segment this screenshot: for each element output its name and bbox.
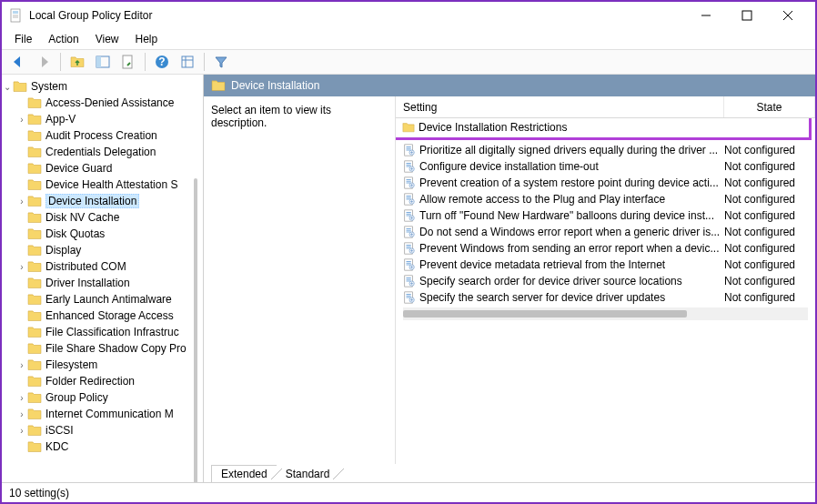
menu-help[interactable]: Help (128, 31, 166, 47)
menu-file[interactable]: File (7, 31, 39, 47)
tree-item[interactable]: Credentials Delegation (2, 144, 203, 160)
chevron-right-icon[interactable]: › (16, 360, 27, 370)
tree-item-label: Device Guard (45, 162, 112, 175)
list-row[interactable]: Configure device installation time-outNo… (396, 158, 815, 175)
tab-standard[interactable]: Standard (277, 466, 339, 482)
tree-item[interactable]: Device Guard (2, 160, 203, 176)
tree-scrollbar[interactable] (194, 178, 197, 482)
tree-item[interactable]: ›App-V (2, 111, 203, 127)
list-row-state: Not configured (724, 176, 808, 189)
chevron-down-icon[interactable]: ⌄ (2, 82, 13, 92)
column-setting[interactable]: Setting (396, 96, 724, 117)
folder-icon (27, 96, 42, 110)
tree-item[interactable]: Disk Quotas (2, 226, 203, 242)
titlebar: Local Group Policy Editor (2, 2, 815, 29)
content-header: Device Installation (204, 75, 815, 96)
up-one-level-button[interactable] (66, 52, 88, 72)
tree-item[interactable]: Enhanced Storage Access (2, 307, 203, 324)
tree-item[interactable]: Display (2, 242, 203, 258)
list-row-state: Not configured (724, 160, 808, 173)
tree-item-label: Group Policy (45, 391, 108, 404)
show-hide-console-tree-button[interactable] (92, 52, 114, 72)
list-row[interactable]: Specify search order for device driver s… (396, 273, 815, 289)
tree-item[interactable]: Driver Installation (2, 275, 203, 291)
policy-settings-button[interactable] (177, 52, 198, 72)
list-row-label: Prevent creation of a system restore poi… (419, 176, 724, 189)
scrollbar-thumb[interactable] (403, 310, 687, 318)
tree-item-label: Device Health Attestation S (45, 178, 177, 191)
folder-icon (27, 161, 42, 176)
tree-item[interactable]: File Share Shadow Copy Pro (2, 340, 203, 357)
body: ⌄ System Access-Denied Assistance›App-VA… (2, 75, 815, 482)
tree-item-label: Early Launch Antimalware (45, 293, 172, 306)
list-row[interactable]: Allow remote access to the Plug and Play… (396, 191, 815, 207)
minimize-button[interactable] (685, 3, 726, 28)
folder-icon (27, 308, 42, 323)
folder-icon (27, 177, 42, 192)
tree-item[interactable]: File Classification Infrastruc (2, 324, 203, 340)
menu-action[interactable]: Action (41, 31, 86, 47)
window: Local Group Policy Editor File Action Vi… (0, 0, 817, 504)
list-row[interactable]: Prevent Windows from sending an error re… (396, 240, 815, 257)
tree-item[interactable]: Device Health Attestation S (2, 176, 203, 193)
tree-pane[interactable]: ⌄ System Access-Denied Assistance›App-VA… (2, 75, 204, 482)
policy-icon (403, 176, 416, 189)
list-row[interactable]: Turn off "Found New Hardware" balloons d… (396, 207, 815, 224)
properties-button[interactable] (117, 52, 139, 72)
tab-extended[interactable]: Extended (211, 465, 277, 482)
chevron-right-icon[interactable]: › (16, 393, 27, 403)
tree-item[interactable]: ›Internet Communication M (2, 406, 203, 422)
tree-item[interactable]: Folder Redirection (2, 373, 203, 389)
content-pane: Device Installation Select an item to vi… (204, 75, 815, 482)
chevron-right-icon[interactable]: › (16, 426, 27, 436)
list-row-label: Prevent Windows from sending an error re… (419, 242, 724, 255)
folder-icon (27, 243, 42, 257)
tree-item-label: Distributed COM (45, 260, 126, 273)
policy-icon (403, 160, 416, 173)
chevron-right-icon[interactable]: › (16, 409, 27, 419)
list-row-label: Specify search order for device driver s… (419, 275, 724, 287)
chevron-right-icon[interactable]: › (16, 115, 27, 125)
tree-root-system[interactable]: ⌄ System (2, 78, 203, 95)
tree-item[interactable]: KDC (2, 438, 203, 455)
list-row[interactable]: Specify the search server for device dri… (396, 289, 815, 306)
chevron-right-icon[interactable]: › (16, 262, 27, 272)
column-state[interactable]: State (724, 96, 815, 117)
list-body[interactable]: Device Installation Restrictions Priorit… (396, 118, 815, 464)
tree-item[interactable]: ›Device Installation (2, 193, 203, 209)
tree-item[interactable]: Early Launch Antimalware (2, 291, 203, 307)
filter-button[interactable] (210, 52, 232, 72)
tree-item[interactable]: ›Filesystem (2, 357, 203, 373)
tree-root-label: System (31, 80, 67, 93)
tree-item[interactable]: Access-Denied Assistance (2, 95, 203, 111)
app-icon (9, 8, 24, 23)
list-row[interactable]: Prevent creation of a system restore poi… (396, 175, 815, 191)
horizontal-scrollbar[interactable] (403, 307, 808, 320)
folder-icon (27, 145, 42, 159)
list-row-state: Not configured (724, 242, 808, 255)
help-button[interactable]: ? (151, 52, 173, 72)
list-row-label: Specify the search server for device dri… (419, 291, 724, 304)
forward-button[interactable] (33, 52, 55, 72)
menu-view[interactable]: View (88, 31, 126, 47)
policy-icon (403, 209, 416, 222)
list-row[interactable]: Prevent device metadata retrieval from t… (396, 257, 815, 273)
tree-item[interactable]: ›iSCSI (2, 422, 203, 438)
tree-item[interactable]: Disk NV Cache (2, 209, 203, 226)
back-button[interactable] (7, 52, 29, 72)
tree-item[interactable]: ›Group Policy (2, 389, 203, 406)
list-row-label: Configure device installation time-out (419, 160, 724, 173)
list-row-label: Do not send a Windows error report when … (419, 226, 724, 238)
list-row-label: Allow remote access to the Plug and Play… (419, 193, 724, 206)
tree-item-label: Disk NV Cache (45, 211, 119, 224)
policy-icon (403, 275, 416, 287)
list-row-folder[interactable]: Device Installation Restrictions (396, 119, 809, 136)
policy-icon (403, 258, 416, 271)
tree-item[interactable]: ›Distributed COM (2, 258, 203, 275)
maximize-button[interactable] (726, 3, 767, 28)
list-row[interactable]: Prioritize all digitally signed drivers … (396, 142, 815, 158)
chevron-right-icon[interactable]: › (16, 197, 27, 207)
list-row[interactable]: Do not send a Windows error report when … (396, 224, 815, 240)
close-button[interactable] (767, 3, 808, 28)
tree-item[interactable]: Audit Process Creation (2, 127, 203, 144)
